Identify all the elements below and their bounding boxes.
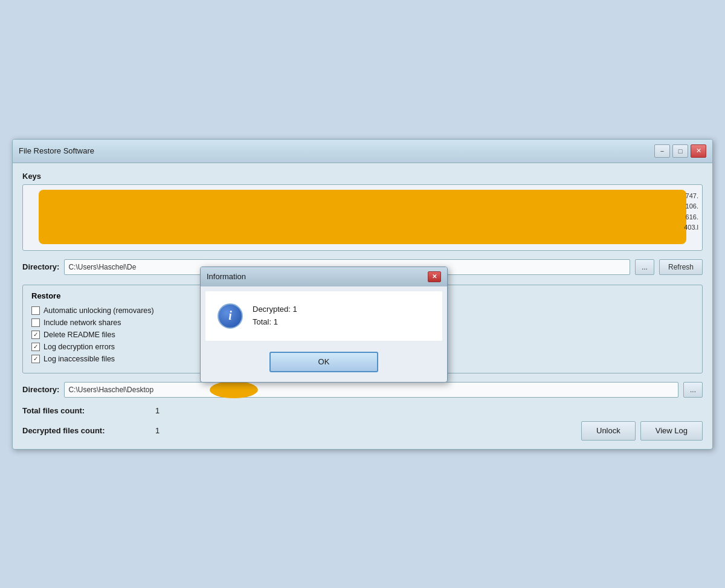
decrypted-line: Decrypted: 1 [253,303,297,316]
dialog-message: Decrypted: 1 Total: 1 [253,303,297,329]
dialog-title-bar: Information ✕ [201,267,447,286]
main-window: File Restore Software − □ ✕ Keys 747. 10… [12,139,713,450]
ok-button[interactable]: OK [269,352,378,372]
information-dialog: Information ✕ i Decrypted: 1 Total: 1 OK [200,267,448,383]
dialog-body: i Decrypted: 1 Total: 1 [205,291,442,341]
info-icon: i [218,303,243,329]
dialog-close-button[interactable]: ✕ [428,271,441,282]
total-line: Total: 1 [253,316,297,329]
dialog-footer: OK [201,346,447,382]
info-icon-label: i [228,309,232,323]
dialog-overlay: Information ✕ i Decrypted: 1 Total: 1 OK [13,140,712,449]
dialog-title: Information [207,272,246,281]
